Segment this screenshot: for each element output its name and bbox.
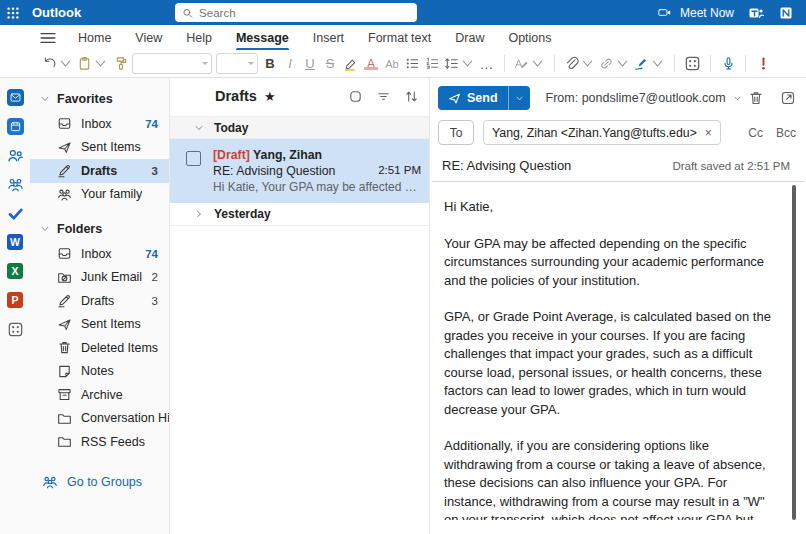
apps-button[interactable] (682, 53, 703, 75)
attach-file-button[interactable] (562, 53, 597, 75)
italic-button[interactable]: I (280, 56, 300, 71)
to-button[interactable]: To (438, 120, 474, 145)
underline-button[interactable]: U (300, 56, 320, 71)
folder-rss-feeds[interactable]: RSS Feeds (30, 430, 169, 454)
send-button[interactable]: Send (438, 86, 530, 110)
message-checkbox[interactable] (186, 151, 201, 166)
signature-button[interactable] (632, 53, 667, 75)
font-color-icon: A (362, 57, 380, 71)
go-to-groups-link[interactable]: Go to Groups (30, 474, 169, 490)
search-bar[interactable] (175, 3, 417, 22)
numbered-list-button[interactable] (422, 53, 442, 75)
tab-help[interactable]: Help (176, 27, 222, 49)
app-title: Outlook (32, 5, 81, 20)
folder-deleted-items[interactable]: Deleted Items (30, 336, 169, 360)
rail-todo-button[interactable] (6, 204, 24, 222)
filter-icon[interactable] (376, 89, 391, 104)
insert-link-button[interactable] (597, 53, 632, 75)
chevron-down-icon (733, 94, 742, 103)
more-formatting-button[interactable]: … (477, 53, 497, 75)
tab-message[interactable]: Message (226, 27, 299, 49)
folder-drafts[interactable]: Drafts 3 (30, 289, 169, 313)
favorite-drafts-selected[interactable]: Drafts 3 (30, 159, 169, 183)
undo-button[interactable] (40, 53, 75, 75)
calendar-icon (10, 121, 21, 132)
folder-conversation-history[interactable]: Conversation Histo... (30, 407, 169, 431)
tab-draw[interactable]: Draw (445, 27, 494, 49)
rail-people-button[interactable] (6, 146, 24, 164)
message-body-editor[interactable]: Hi Katie, Your GPA may be affected depen… (430, 182, 802, 520)
hamburger-menu-icon[interactable] (38, 28, 58, 48)
folder-inbox[interactable]: Inbox 74 (30, 242, 169, 266)
meet-now-button[interactable]: Meet Now (656, 6, 734, 20)
styles-button[interactable] (512, 53, 547, 75)
folder-junk-email[interactable]: Junk Email 2 (30, 266, 169, 290)
bold-button[interactable]: B (260, 56, 280, 71)
rail-calendar-button[interactable] (6, 117, 24, 135)
message-list-pane: Drafts ★ Today [Draft] Yang, Zihan RE: A… (170, 78, 430, 534)
chevron-right-icon (194, 209, 204, 219)
discard-draft-icon[interactable] (748, 90, 764, 106)
rail-groups-button[interactable] (6, 175, 24, 193)
favorite-star-icon[interactable]: ★ (264, 89, 276, 104)
favorites-header[interactable]: Favorites (30, 86, 169, 112)
group-yesterday[interactable]: Yesterday (170, 203, 429, 226)
highlight-button[interactable] (340, 53, 360, 75)
formatting-toolbar: B I U S A Ab … (0, 50, 806, 78)
tab-insert[interactable]: Insert (303, 27, 354, 49)
body-scrollbar[interactable] (792, 185, 796, 520)
app-rail: W X P (0, 78, 30, 534)
tab-options[interactable]: Options (498, 27, 561, 49)
cc-button[interactable]: Cc (748, 126, 763, 140)
line-spacing-button[interactable] (442, 53, 477, 75)
from-selector[interactable]: From: pondslime7@outlook.com (546, 91, 742, 105)
favorite-inbox[interactable]: Inbox 74 (30, 112, 169, 136)
search-input[interactable] (199, 7, 410, 19)
rail-powerpoint-button[interactable]: P (6, 291, 24, 309)
open-in-new-window-icon[interactable] (780, 90, 796, 106)
rail-mail-button[interactable] (6, 88, 24, 106)
onenote-icon[interactable] (778, 5, 794, 21)
app-launcher-button[interactable] (0, 0, 25, 25)
bullet-list-button[interactable] (402, 53, 422, 75)
excel-icon: X (7, 263, 23, 279)
sort-icon[interactable] (404, 89, 419, 104)
teams-icon[interactable] (748, 5, 764, 21)
draft-message-row[interactable]: [Draft] Yang, Zihan RE: Advising Questio… (170, 139, 429, 203)
font-color-button[interactable]: A (360, 53, 382, 75)
favorite-sent-items[interactable]: Sent Items (30, 136, 169, 160)
tab-format-text[interactable]: Format text (358, 27, 441, 49)
folder-icon (57, 411, 72, 426)
folder-notes[interactable]: Notes (30, 360, 169, 384)
folder-archive[interactable]: Archive (30, 383, 169, 407)
strikethrough-button[interactable]: S (320, 56, 340, 71)
group-today[interactable]: Today (170, 116, 429, 139)
tab-home[interactable]: Home (68, 27, 121, 49)
bcc-button[interactable]: Bcc (776, 126, 796, 140)
tab-view[interactable]: View (125, 27, 172, 49)
rail-excel-button[interactable]: X (6, 262, 24, 280)
folders-header[interactable]: Folders (30, 216, 169, 242)
format-painter-button[interactable] (110, 53, 130, 75)
folders-title: Folders (57, 222, 102, 236)
paste-button[interactable] (75, 53, 110, 75)
recipient-pill[interactable]: Yang, Zihan <Zihan.Yang@tufts.edu> × (483, 120, 721, 145)
dictate-button[interactable] (718, 53, 738, 75)
signature-pen-icon (634, 56, 649, 71)
rail-word-button[interactable]: W (6, 233, 24, 251)
word-icon: W (7, 234, 23, 250)
importance-button[interactable] (753, 53, 773, 75)
folder-sent-items[interactable]: Sent Items (30, 313, 169, 337)
font-name-select[interactable] (132, 53, 212, 74)
compose-pane: Send From: pondslime7@outlook.com To Yan… (430, 78, 806, 534)
remove-recipient-icon[interactable]: × (705, 126, 712, 140)
clear-formatting-button[interactable]: Ab (382, 53, 402, 75)
rail-more-apps-button[interactable] (6, 320, 24, 338)
font-size-select[interactable] (216, 53, 258, 74)
send-options-dropdown[interactable] (508, 86, 530, 110)
item-count: 3 (152, 165, 169, 177)
select-all-icon[interactable] (348, 89, 363, 104)
subject-input[interactable]: RE: Advising Question (442, 158, 571, 173)
favorite-your-family[interactable]: Your family (30, 183, 169, 207)
send-plane-icon (448, 92, 461, 105)
